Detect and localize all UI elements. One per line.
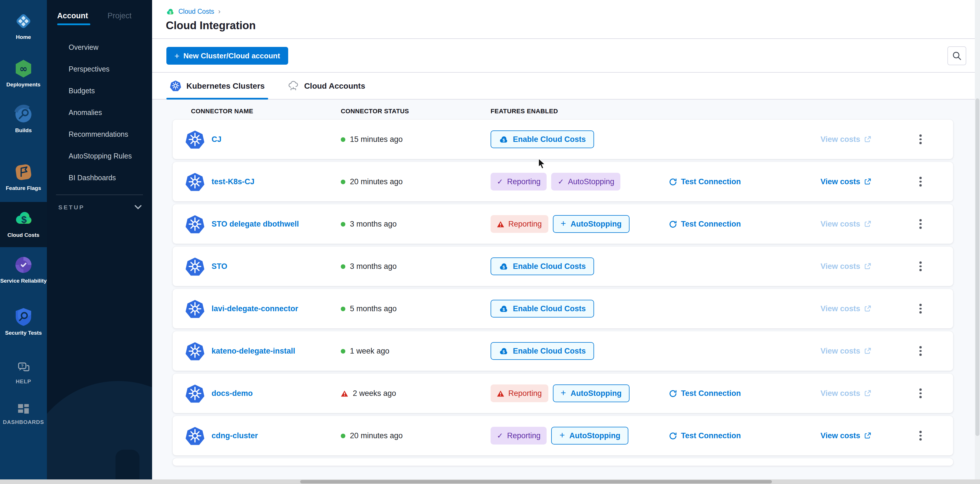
module-nav-rail: Home ∞ Deployments Builds Feature Flags …: [0, 0, 47, 484]
horizontal-scrollbar-thumb[interactable]: [300, 480, 772, 483]
kebab-menu-button[interactable]: [916, 343, 925, 359]
new-cluster-cloud-account-button[interactable]: + New Cluster/Cloud account: [166, 46, 288, 64]
svg-text:?: ?: [21, 363, 23, 368]
status-indicator: [341, 264, 345, 268]
view-costs-link: View costs: [821, 135, 871, 144]
rail-label: Deployments: [6, 81, 40, 88]
test-connection-cell: Test Connection: [669, 431, 821, 440]
test-connection-link[interactable]: Test Connection: [669, 431, 741, 440]
connector-status-text: 3 months ago: [350, 220, 397, 228]
sidebar-item-service-reliability[interactable]: Service Reliability: [0, 255, 47, 284]
rail-label: DASHBOARDS: [3, 419, 44, 425]
kubernetes-icon: [170, 80, 181, 91]
refresh-icon: [669, 389, 677, 397]
connector-status-text: 15 minutes ago: [350, 135, 403, 144]
vertical-scrollbar-thumb[interactable]: [975, 98, 979, 436]
sidebar-item-budgets[interactable]: Budgets: [47, 80, 152, 102]
external-link-icon: [864, 178, 871, 185]
sidebar-item-help[interactable]: ? HELP: [0, 360, 47, 385]
kebab-menu-button[interactable]: [916, 385, 925, 402]
refresh-icon: [669, 177, 677, 186]
svg-text:$: $: [503, 307, 505, 311]
features-cell: Reporting+AutoStopping: [491, 215, 669, 233]
connector-status-cell: 5 months ago: [341, 304, 491, 313]
svg-text:$: $: [503, 349, 505, 354]
add-autostopping-button[interactable]: +AutoStopping: [553, 385, 630, 402]
rail-label: Feature Flags: [6, 185, 41, 192]
add-autostopping-button[interactable]: +AutoStopping: [552, 427, 628, 444]
connector-name-link[interactable]: lavi-delegate-connector: [212, 304, 298, 313]
feature-badge-enabled: ✓Reporting: [491, 427, 547, 444]
search-button[interactable]: [947, 46, 966, 65]
connector-name-link[interactable]: STO delegate dbothwell: [212, 220, 299, 228]
sidebar-item-dashboards[interactable]: DASHBOARDS: [0, 402, 47, 425]
kubernetes-icon: [185, 426, 205, 446]
svg-text:$: $: [503, 264, 505, 269]
external-link-icon: [864, 305, 871, 312]
test-connection-link[interactable]: Test Connection: [669, 220, 741, 228]
deployments-icon: ∞: [13, 59, 34, 79]
sidebar-item-builds[interactable]: Builds: [0, 104, 47, 134]
horizontal-scrollbar[interactable]: [0, 479, 980, 484]
kebab-menu-button[interactable]: [916, 131, 925, 148]
connector-status-text: 1 week ago: [350, 347, 389, 355]
kebab-menu-button[interactable]: [916, 300, 925, 317]
connector-status-cell: 3 months ago: [341, 262, 491, 271]
enable-cloud-costs-button[interactable]: $Enable Cloud Costs: [491, 300, 594, 318]
page-title: Cloud Integration: [166, 19, 966, 32]
tab-project[interactable]: Project: [108, 11, 132, 25]
sidebar-item-anomalies[interactable]: Anomalies: [47, 102, 152, 124]
connector-name-link[interactable]: cdng-cluster: [212, 431, 258, 440]
tab-label: Kubernetes Clusters: [186, 81, 265, 90]
connector-name-link[interactable]: docs-demo: [212, 389, 253, 398]
sidebar-item-deployments[interactable]: ∞ Deployments: [0, 59, 47, 88]
scope-tabs: Account Project: [47, 0, 152, 25]
sidebar-item-security-tests[interactable]: Security Tests: [0, 307, 47, 336]
kubernetes-icon: [185, 383, 205, 403]
setup-label: SETUP: [58, 204, 84, 211]
page-header: $ Cloud Costs › Cloud Integration: [152, 0, 980, 39]
sidebar-item-bi-dashboards[interactable]: BI Dashboards: [47, 167, 152, 189]
vertical-scrollbar[interactable]: [975, 0, 980, 479]
add-autostopping-button[interactable]: +AutoStopping: [553, 215, 630, 233]
sidebar-item-recommendations[interactable]: Recommendations: [47, 124, 152, 145]
sidebar-item-feature-flags[interactable]: Feature Flags: [0, 162, 47, 192]
kebab-menu-button[interactable]: [916, 428, 925, 444]
enable-cloud-costs-button[interactable]: $Enable Cloud Costs: [491, 131, 594, 148]
kebab-menu-button[interactable]: [916, 258, 925, 275]
sidebar-item-home[interactable]: Home: [0, 11, 47, 40]
view-costs-cell: View costs: [821, 177, 914, 186]
connector-name-link[interactable]: test-K8s-CJ: [212, 177, 255, 186]
connector-status-cell: 20 minutes ago: [341, 431, 491, 440]
tab-cloud-accounts[interactable]: Cloud Accounts: [288, 73, 365, 99]
test-connection-link[interactable]: Test Connection: [669, 177, 741, 186]
sidebar-item-autostopping-rules[interactable]: AutoStopping Rules: [47, 145, 152, 167]
check-icon: ✓: [558, 177, 564, 186]
refresh-icon: [669, 432, 677, 440]
feature-badge-enabled: ✓Reporting: [491, 173, 547, 190]
view-costs-link: View costs: [821, 262, 871, 271]
test-connection-link[interactable]: Test Connection: [669, 389, 741, 398]
tab-kubernetes-clusters[interactable]: Kubernetes Clusters: [170, 73, 265, 99]
view-costs-link[interactable]: View costs: [821, 177, 871, 186]
search-icon: [952, 51, 962, 60]
setup-section-toggle[interactable]: SETUP: [47, 195, 152, 219]
features-cell: Reporting+AutoStopping: [491, 385, 669, 402]
sidebar-item-overview[interactable]: Overview: [47, 37, 152, 58]
security-shield-icon: [13, 307, 34, 327]
status-indicator: [341, 179, 345, 184]
tab-account[interactable]: Account: [57, 11, 88, 25]
kebab-menu-button[interactable]: [916, 216, 925, 232]
external-link-icon: [864, 263, 871, 270]
sidebar-item-cloud-costs[interactable]: $ Cloud Costs: [0, 202, 47, 247]
test-connection-cell: Test Connection: [669, 389, 821, 398]
enable-cloud-costs-button[interactable]: $Enable Cloud Costs: [491, 257, 594, 275]
kebab-menu-button[interactable]: [916, 174, 925, 190]
connector-name-link[interactable]: CJ: [212, 135, 221, 144]
connector-name-link[interactable]: kateno-delegate-install: [212, 347, 295, 355]
sidebar-item-perspectives[interactable]: Perspectives: [47, 58, 152, 80]
breadcrumb-link-cloud-costs[interactable]: Cloud Costs: [178, 8, 214, 15]
enable-cloud-costs-button[interactable]: $Enable Cloud Costs: [491, 342, 594, 360]
connector-name-link[interactable]: STO: [212, 262, 227, 271]
view-costs-link[interactable]: View costs: [821, 431, 871, 440]
